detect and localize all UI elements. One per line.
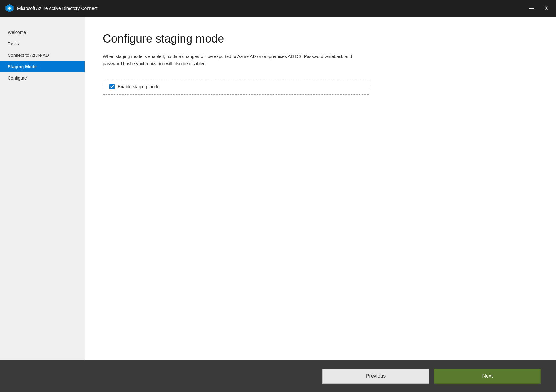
sidebar-item-connect-azure-ad[interactable]: Connect to Azure AD — [0, 50, 85, 61]
azure-logo-icon — [5, 4, 14, 13]
page-title: Configure staging mode — [103, 32, 538, 45]
title-bar-left: Microsoft Azure Active Directory Connect — [5, 4, 98, 13]
close-button[interactable]: ✕ — [542, 4, 551, 12]
app-title: Microsoft Azure Active Directory Connect — [17, 6, 98, 11]
title-bar-controls: — ✕ — [526, 4, 551, 12]
main-window: Welcome Tasks Connect to Azure AD Stagin… — [0, 17, 556, 360]
sidebar-item-tasks[interactable]: Tasks — [0, 38, 85, 50]
enable-staging-mode-checkbox[interactable] — [109, 84, 115, 89]
next-button[interactable]: Next — [434, 369, 541, 384]
checkbox-label: Enable staging mode — [118, 84, 160, 89]
description-text: When staging mode is enabled, no data ch… — [103, 53, 363, 67]
sidebar: Welcome Tasks Connect to Azure AD Stagin… — [0, 17, 85, 360]
sidebar-item-welcome[interactable]: Welcome — [0, 27, 85, 38]
enable-staging-mode-checkbox-container[interactable]: Enable staging mode — [103, 79, 369, 95]
title-bar: Microsoft Azure Active Directory Connect… — [0, 0, 556, 17]
sidebar-item-staging-mode[interactable]: Staging Mode — [0, 61, 85, 72]
minimize-button[interactable]: — — [526, 4, 537, 12]
content-area: Configure staging mode When staging mode… — [85, 17, 556, 360]
sidebar-item-configure[interactable]: Configure — [0, 72, 85, 84]
content-spacer — [103, 95, 538, 350]
bottom-bar: Previous Next — [0, 360, 556, 392]
previous-button[interactable]: Previous — [322, 369, 429, 384]
